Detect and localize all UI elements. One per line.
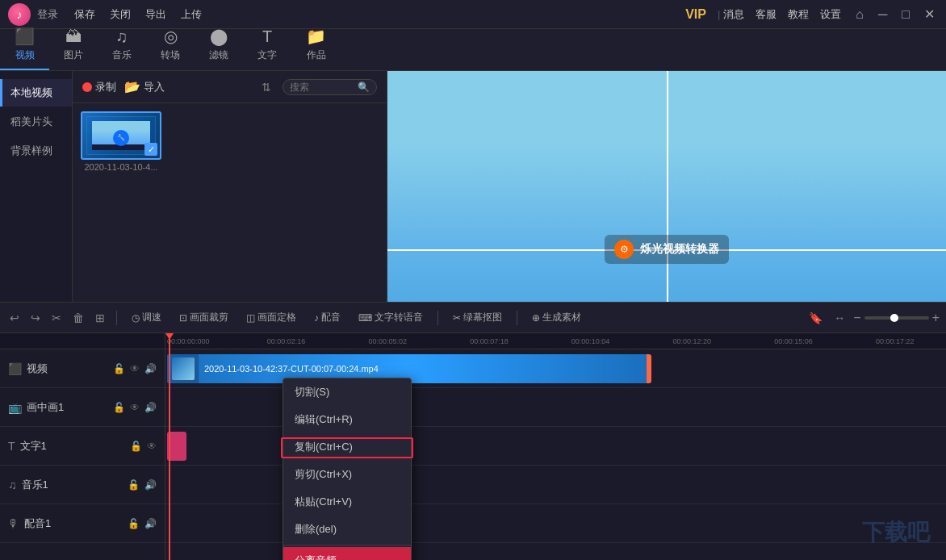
ctx-delete[interactable]: 删除(del) bbox=[283, 516, 411, 543]
settings-menu[interactable]: 设置 bbox=[820, 7, 841, 22]
tts-button[interactable]: ⌨ 文字转语音 bbox=[352, 308, 429, 327]
sort-button[interactable]: ⇅ bbox=[262, 81, 271, 94]
redo-button[interactable]: ↪ bbox=[27, 311, 44, 324]
fit-button[interactable]: ↔ bbox=[831, 311, 848, 324]
ruler-5: 00:00:12:20 bbox=[673, 337, 712, 345]
cut-button[interactable]: ✂ bbox=[48, 311, 65, 324]
product-tab-icon: 📁 bbox=[306, 27, 326, 46]
clip-label: 2020-11-03-10-42:37-CUT-00:07-00:24.mp4 bbox=[199, 364, 383, 374]
context-menu: 切割(S) 编辑(Ctrl+R) 复制(Ctrl+C) 剪切(Ctrl+X) 粘… bbox=[283, 378, 412, 560]
thumbnail-item[interactable]: 🔧 ✓ 2020-11-03-10-4... bbox=[81, 111, 161, 172]
video-track-icon: ⬛ bbox=[8, 362, 22, 375]
import-label: 导入 bbox=[144, 80, 165, 94]
tab-video[interactable]: ⬛ 视频 bbox=[0, 22, 49, 70]
generate-button[interactable]: ⊕ 生成素材 bbox=[525, 308, 588, 327]
close-window-button[interactable]: ✕ bbox=[921, 6, 938, 22]
video-track-label: 视频 bbox=[27, 361, 48, 376]
adjust-button[interactable]: ◷ 调速 bbox=[125, 308, 168, 327]
save-menu[interactable]: 保存 bbox=[74, 7, 95, 22]
mix-button[interactable]: ♪ 配音 bbox=[308, 308, 347, 327]
selection-check: ✓ bbox=[144, 143, 157, 156]
right-menu: 消息 客服 教程 设置 bbox=[723, 7, 841, 22]
tab-product[interactable]: 📁 作品 bbox=[291, 22, 341, 70]
lock-text-button[interactable]: 🔓 bbox=[130, 441, 142, 452]
import-icon: 📂 bbox=[124, 79, 140, 94]
audio-video-button[interactable]: 🔊 bbox=[144, 363, 157, 374]
audio-music-button[interactable]: 🔊 bbox=[144, 479, 157, 491]
lock-voice-button[interactable]: 🔓 bbox=[128, 518, 140, 529]
media-toolbar: 录制 📂 导入 ⇅ 🔍 bbox=[73, 71, 387, 103]
text-track-icon: T bbox=[8, 440, 15, 453]
minimize-button[interactable]: ─ bbox=[875, 7, 890, 22]
timeline-tracks: ⬛ 视频 🔓 👁 🔊 📺 画中画1 🔓 👁 🔊 bbox=[0, 333, 946, 560]
home-button[interactable]: ⌂ bbox=[852, 7, 867, 22]
voice-track-label: 配音1 bbox=[24, 516, 51, 531]
audio-overlay-button[interactable]: 🔊 bbox=[144, 402, 157, 413]
eye-overlay-button[interactable]: 👁 bbox=[130, 402, 140, 413]
delete-button[interactable]: 🗑 bbox=[69, 311, 87, 324]
undo-button[interactable]: ↩ bbox=[6, 311, 23, 324]
fix-button[interactable]: ◫ 画面定格 bbox=[240, 308, 303, 327]
zoom-out-button[interactable]: − bbox=[853, 311, 860, 325]
preview-logo-text: 烁光视频转换器 bbox=[640, 242, 719, 257]
login-button[interactable]: 登录 bbox=[37, 7, 58, 22]
playhead[interactable] bbox=[169, 333, 170, 560]
tab-image[interactable]: 🏔 图片 bbox=[49, 23, 98, 70]
zoom-in-button[interactable]: + bbox=[932, 311, 940, 325]
record-button[interactable]: 录制 bbox=[82, 80, 116, 94]
eye-text-button[interactable]: 👁 bbox=[147, 441, 157, 452]
thumbnail-grid: 🔧 ✓ 2020-11-03-10-4... bbox=[81, 111, 379, 172]
lock-music-button[interactable]: 🔓 bbox=[128, 479, 140, 491]
tutorial-menu[interactable]: 教程 bbox=[788, 7, 809, 22]
ctx-edit[interactable]: 编辑(Ctrl+R) bbox=[283, 406, 411, 433]
search-input[interactable] bbox=[290, 81, 354, 93]
window-controls: ⌂ ─ □ ✕ bbox=[852, 6, 938, 22]
ruler-7: 00:00:17:22 bbox=[876, 337, 915, 345]
voice-track-icon: 🎙 bbox=[8, 517, 19, 530]
tab-transition[interactable]: ◎ 转场 bbox=[146, 22, 195, 70]
support-menu[interactable]: 客服 bbox=[756, 7, 776, 22]
close-menu[interactable]: 关闭 bbox=[110, 7, 131, 22]
product-tab-label: 作品 bbox=[307, 48, 326, 62]
upload-menu[interactable]: 上传 bbox=[181, 7, 202, 22]
video-tab-label: 视频 bbox=[15, 48, 35, 62]
eye-video-button[interactable]: 👁 bbox=[130, 363, 140, 374]
tab-music[interactable]: ♫ 音乐 bbox=[98, 23, 146, 70]
mini-screen-inner: 🔧 bbox=[92, 121, 150, 150]
clip-end-handle[interactable] bbox=[647, 354, 651, 383]
message-menu[interactable]: 消息 bbox=[723, 7, 744, 22]
tabbar: ⬛ 视频 🏔 图片 ♫ 音乐 ◎ 转场 ⬤ 滤镜 T 文字 📁 作品 bbox=[0, 29, 946, 71]
zoom-handle bbox=[890, 314, 898, 322]
tab-text[interactable]: T 文字 bbox=[243, 23, 291, 70]
vip-badge[interactable]: VIP bbox=[685, 7, 706, 22]
preview-logo-overlay: ⚙ 烁光视频转换器 bbox=[605, 235, 729, 264]
cutout-button[interactable]: ✂ 绿幕抠图 bbox=[446, 308, 509, 327]
tab-filter[interactable]: ⬤ 滤镜 bbox=[195, 22, 243, 70]
music-track-label: 音乐1 bbox=[22, 478, 48, 492]
thumbnail-image: 🔧 ✓ bbox=[81, 111, 161, 160]
maximize-button[interactable]: □ bbox=[898, 7, 913, 22]
sidebar-item-clips[interactable]: 稻美片头 bbox=[0, 108, 72, 136]
export-menu[interactable]: 导出 bbox=[145, 7, 166, 22]
ctx-separate-audio[interactable]: 分离音频 bbox=[283, 547, 411, 560]
ruler-2: 00:00:05:02 bbox=[368, 337, 407, 345]
ruler-6: 00:00:15:06 bbox=[774, 337, 813, 345]
audio-voice-button[interactable]: 🔊 bbox=[144, 518, 157, 529]
sidebar-item-local[interactable]: 本地视频 bbox=[0, 79, 72, 107]
ctx-scissors[interactable]: 剪切(Ctrl+X) bbox=[283, 461, 411, 488]
music-tab-icon: ♫ bbox=[116, 27, 128, 46]
track-label-overlay: 📺 画中画1 🔓 👁 🔊 bbox=[0, 388, 165, 427]
separator bbox=[116, 311, 117, 325]
import-button[interactable]: 📂 导入 bbox=[124, 79, 165, 94]
bookmark-button[interactable]: 🔖 bbox=[806, 311, 826, 324]
transition-tab-label: 转场 bbox=[161, 48, 180, 62]
zoom-bar[interactable] bbox=[864, 316, 929, 320]
ctx-cut[interactable]: 切割(S) bbox=[283, 378, 411, 406]
ctx-paste[interactable]: 粘贴(Ctrl+V) bbox=[283, 488, 411, 516]
ctx-copy[interactable]: 复制(Ctrl+C) bbox=[283, 433, 411, 461]
sidebar-item-bg[interactable]: 背景样例 bbox=[0, 137, 72, 165]
lock-video-button[interactable]: 🔓 bbox=[113, 363, 125, 374]
crop-button[interactable]: ⊡ 画面裁剪 bbox=[173, 308, 235, 327]
lock-overlay-button[interactable]: 🔓 bbox=[113, 402, 125, 413]
split-button[interactable]: ⊞ bbox=[92, 311, 108, 324]
